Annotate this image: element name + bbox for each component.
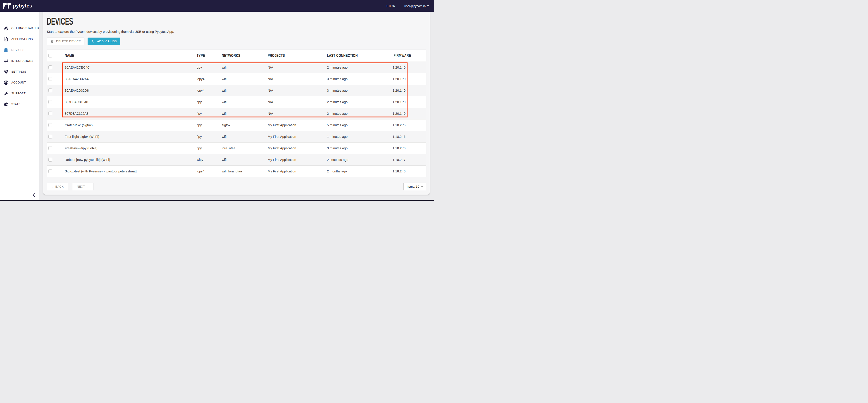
device-projects: My First Application (268, 154, 327, 165)
row-checkbox[interactable] (49, 158, 52, 161)
device-row[interactable]: First flight sigfox (Wi-Fi) fipy wifi My… (47, 131, 426, 142)
page-title: DEVICES (47, 16, 426, 27)
device-type: fipy (197, 131, 222, 142)
sidebar: GETTING STARTED APPLICATIONS (0, 12, 39, 202)
actions-toolbar: DELETE DEVICE ADD VIA USB (47, 37, 426, 45)
next-button[interactable]: NEXT → (72, 183, 93, 190)
usb-icon (91, 39, 95, 43)
device-name: First flight sigfox (Wi-Fi) (65, 131, 197, 142)
chip-icon (4, 48, 9, 53)
row-checkbox[interactable] (49, 146, 52, 150)
row-checkbox[interactable] (49, 112, 52, 115)
device-projects: My First Application (268, 119, 327, 131)
top-bar: pybytes € 0.76 user@pycom.io (0, 0, 434, 12)
items-per-page-dropdown[interactable]: Items: 30 (403, 183, 426, 190)
row-checkbox[interactable] (49, 123, 52, 127)
user-menu[interactable]: user@pycom.io (404, 4, 429, 8)
device-networks: wifi (222, 73, 268, 85)
sidebar-item-account[interactable]: ACCOUNT (0, 77, 39, 88)
sidebar-item-stats[interactable]: STATS (0, 99, 39, 110)
gear-icon (4, 69, 9, 74)
device-last-connection: 2 minutes ago (327, 96, 391, 108)
device-last-connection: 1 minutes ago (327, 131, 391, 142)
device-type: gpy (197, 62, 222, 73)
device-networks: wifi (222, 154, 268, 165)
device-projects: My First Application (268, 131, 327, 142)
column-header-projects: PROJECTS (268, 50, 327, 62)
main-content: DEVICES Start to explore the Pycom devic… (39, 12, 434, 202)
bottom-window-edge (0, 200, 434, 202)
device-networks: wifi (222, 85, 268, 96)
row-checkbox[interactable] (49, 89, 52, 92)
device-name: Sigfox-test (with Pysense) - [pastoor pe… (65, 165, 197, 177)
device-type: wipy (197, 154, 222, 165)
pycom-logo-icon (3, 3, 11, 9)
device-firmware: 1.18.2.r6 (391, 131, 426, 142)
device-firmware: 1.18.2.r6 (391, 119, 426, 131)
sidebar-item-support[interactable]: SUPPORT (0, 88, 39, 99)
pie-chart-icon (4, 102, 9, 107)
chevron-left-icon (33, 193, 35, 197)
sidebar-item-getting-started[interactable]: GETTING STARTED (0, 23, 39, 34)
device-row[interactable]: Crater-lake (sigfox) fipy sigfox My Firs… (47, 119, 426, 131)
device-networks: wifi (222, 108, 268, 119)
device-type: lopy4 (197, 73, 222, 85)
device-last-connection: 2 months ago (327, 165, 391, 177)
device-name: 807D3AC31340 (65, 96, 197, 108)
delete-device-label: DELETE DEVICE (56, 40, 81, 43)
page-subtitle: Start to explore the Pycom devices by pr… (47, 29, 426, 34)
add-via-usb-label: ADD VIA USB (97, 40, 117, 43)
device-networks: lora_otaa (222, 142, 268, 154)
device-firmware: 1.20.1.r0 (391, 73, 426, 85)
row-checkbox[interactable] (49, 100, 52, 104)
select-all-checkbox[interactable] (49, 54, 52, 58)
device-type: fipy (197, 96, 222, 108)
arrows-exchange-icon (4, 58, 9, 63)
column-header-name: NAME (65, 50, 197, 62)
pagination: ← BACK NEXT → Items: 30 (47, 183, 426, 190)
items-per-page-label: Items: 30 (407, 185, 419, 188)
device-last-connection: 2 minutes ago (327, 62, 391, 73)
device-name: 807D3AC322A8 (65, 108, 197, 119)
account-balance[interactable]: € 0.76 (386, 4, 395, 8)
devices-table: NAME TYPE NETWORKS PROJECTS LAST CONNECT… (47, 50, 426, 177)
row-checkbox[interactable] (49, 169, 52, 173)
sidebar-item-devices[interactable]: DEVICES (0, 44, 39, 56)
row-checkbox[interactable] (49, 135, 52, 138)
sidebar-item-label: ACCOUNT (11, 81, 26, 84)
device-row[interactable]: 30AEA42D32D8 lopy4 wifi N/A 3 minutes ag… (47, 85, 426, 96)
device-type: fipy (197, 142, 222, 154)
column-header-networks: NETWORKS (222, 50, 268, 62)
device-last-connection: 3 minutes ago (327, 142, 391, 154)
device-networks: wifi (222, 96, 268, 108)
sidebar-item-applications[interactable]: APPLICATIONS (0, 34, 39, 44)
device-row[interactable]: 30AEA42D32A4 lopy4 wifi N/A 3 minutes ag… (47, 73, 426, 85)
sidebar-item-label: STATS (11, 103, 20, 106)
sidebar-item-settings[interactable]: SETTINGS (0, 66, 39, 77)
file-code-icon (4, 37, 9, 42)
device-last-connection: 5 minutes ago (327, 119, 391, 131)
column-header-type: TYPE (197, 50, 222, 62)
device-row[interactable]: Reboot [new pybytes lib] (WiFi) wipy wif… (47, 154, 426, 165)
device-last-connection: 3 minutes ago (327, 85, 391, 96)
device-row[interactable]: 807D3AC31340 fipy wifi N/A 2 minutes ago… (47, 96, 426, 108)
device-row[interactable]: 30AEA42CEC4C gpy wifi N/A 2 minutes ago … (47, 62, 426, 73)
device-row[interactable]: Fresh-new-fipy (LoRa) fipy lora_otaa My … (47, 142, 426, 154)
row-checkbox[interactable] (49, 77, 52, 81)
device-name: 30AEA42D32D8 (65, 85, 197, 96)
sidebar-item-integrations[interactable]: INTEGRATIONS (0, 56, 39, 66)
device-type: fipy (197, 108, 222, 119)
device-type: lopy4 (197, 165, 222, 177)
brand-logo[interactable]: pybytes (3, 3, 32, 9)
device-row[interactable]: 807D3AC322A8 fipy wifi N/A 2 minutes ago… (47, 108, 426, 119)
device-name: Crater-lake (sigfox) (65, 119, 197, 131)
device-firmware: 1.20.1.r0 (391, 96, 426, 108)
delete-device-button[interactable]: DELETE DEVICE (47, 37, 84, 45)
device-row[interactable]: Sigfox-test (with Pysense) - [pastoor pe… (47, 165, 426, 177)
column-header-last-connection: LAST CONNECTION (327, 50, 391, 62)
add-via-usb-button[interactable]: ADD VIA USB (88, 37, 120, 45)
sidebar-collapse-button[interactable] (32, 193, 36, 198)
back-button[interactable]: ← BACK (47, 183, 68, 190)
row-checkbox[interactable] (49, 65, 52, 69)
device-name: Fresh-new-fipy (LoRa) (65, 142, 197, 154)
